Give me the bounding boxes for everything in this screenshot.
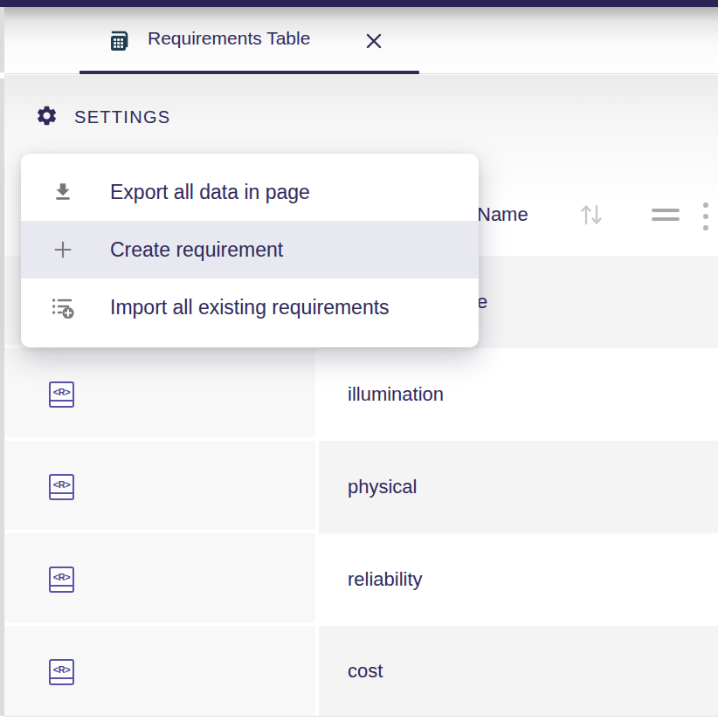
row-type-cell[interactable]: <R> [4,441,319,533]
row-type-cell[interactable]: <R> [4,533,319,626]
download-icon [51,180,75,204]
requirement-icon: <R> [49,474,74,500]
gear-icon [35,104,59,131]
tab-requirements-table[interactable]: Requirements Table [79,7,419,74]
row-name: physical [348,476,417,498]
kebab-menu-icon[interactable] [700,200,712,233]
requirement-icon: <R> [49,381,74,408]
row-name-cell[interactable]: physical [319,441,718,533]
active-tab-underline [79,71,419,74]
table-row[interactable]: <R> illumination [4,348,718,441]
settings-button[interactable]: SETTINGS [35,104,170,131]
table-row[interactable]: <R> reliability [4,533,718,626]
table-row[interactable]: <R> cost [4,626,718,716]
menu-item-label: Import all existing requirements [110,296,390,319]
settings-dropdown-menu: Export all data in page Create requireme… [21,154,479,347]
menu-item-create-requirement[interactable]: Create requirement [21,221,479,278]
plus-icon [51,237,75,262]
bottom-margin [0,717,718,728]
sort-icon[interactable] [577,201,605,229]
row-type-cell[interactable]: <R> [4,348,319,441]
row-name: cost [348,660,383,683]
row-name-cell[interactable]: cost [319,626,718,716]
menu-item-import-requirements[interactable]: Import all existing requirements [21,278,479,336]
column-header-name: Name [477,203,528,226]
tab-label: Requirements Table [148,28,310,49]
row-name: illumination [348,383,444,406]
tab-bar: Requirements Table [4,7,718,74]
menu-item-export-all-data[interactable]: Export all data in page [21,163,479,221]
requirement-icon: <R> [49,659,74,685]
row-name-cell[interactable]: illumination [319,348,718,441]
close-tab-icon[interactable] [364,31,383,51]
table-row[interactable]: <R> physical [4,441,718,533]
row-name: reliability [348,568,423,591]
row-type-cell[interactable]: <R> [4,626,319,716]
import-list-icon [51,295,75,319]
menu-item-label: Export all data in page [110,181,310,204]
app-window: Requirements Table SETTINGS Name [0,0,718,728]
top-accent-bar [0,0,718,7]
requirement-icon: <R> [49,567,74,593]
table-copy-icon [107,30,132,58]
row-name-cell[interactable]: reliability [319,533,718,626]
settings-label: SETTINGS [74,107,170,127]
column-resize-handle-icon[interactable] [652,209,680,221]
menu-item-label: Create requirement [110,238,283,262]
